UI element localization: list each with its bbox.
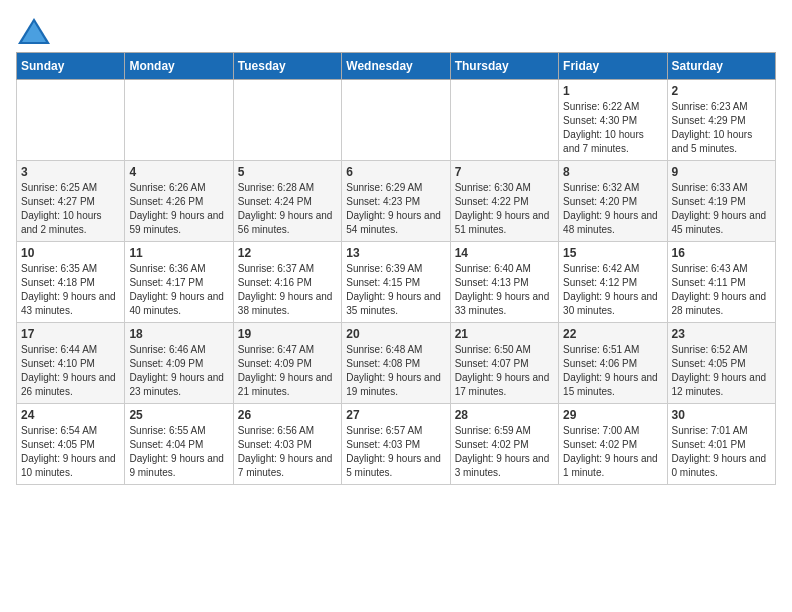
weekday-header: Monday bbox=[125, 53, 233, 80]
day-info: Sunrise: 6:52 AMSunset: 4:05 PMDaylight:… bbox=[672, 343, 771, 399]
day-info: Sunrise: 6:56 AMSunset: 4:03 PMDaylight:… bbox=[238, 424, 337, 480]
day-info: Sunrise: 6:30 AMSunset: 4:22 PMDaylight:… bbox=[455, 181, 554, 237]
day-info: Sunrise: 6:59 AMSunset: 4:02 PMDaylight:… bbox=[455, 424, 554, 480]
weekday-header: Saturday bbox=[667, 53, 775, 80]
day-info: Sunrise: 7:00 AMSunset: 4:02 PMDaylight:… bbox=[563, 424, 662, 480]
calendar-cell: 6Sunrise: 6:29 AMSunset: 4:23 PMDaylight… bbox=[342, 161, 450, 242]
day-number: 3 bbox=[21, 165, 120, 179]
calendar-cell: 16Sunrise: 6:43 AMSunset: 4:11 PMDayligh… bbox=[667, 242, 775, 323]
calendar-cell bbox=[125, 80, 233, 161]
calendar-cell: 20Sunrise: 6:48 AMSunset: 4:08 PMDayligh… bbox=[342, 323, 450, 404]
day-info: Sunrise: 6:33 AMSunset: 4:19 PMDaylight:… bbox=[672, 181, 771, 237]
page-header bbox=[16, 16, 776, 44]
calendar-cell: 2Sunrise: 6:23 AMSunset: 4:29 PMDaylight… bbox=[667, 80, 775, 161]
day-number: 26 bbox=[238, 408, 337, 422]
day-number: 12 bbox=[238, 246, 337, 260]
day-number: 23 bbox=[672, 327, 771, 341]
calendar-cell: 21Sunrise: 6:50 AMSunset: 4:07 PMDayligh… bbox=[450, 323, 558, 404]
calendar-week-row: 1Sunrise: 6:22 AMSunset: 4:30 PMDaylight… bbox=[17, 80, 776, 161]
calendar-cell: 19Sunrise: 6:47 AMSunset: 4:09 PMDayligh… bbox=[233, 323, 341, 404]
weekday-header: Sunday bbox=[17, 53, 125, 80]
calendar-cell: 24Sunrise: 6:54 AMSunset: 4:05 PMDayligh… bbox=[17, 404, 125, 485]
day-number: 9 bbox=[672, 165, 771, 179]
weekday-header: Thursday bbox=[450, 53, 558, 80]
calendar-table: SundayMondayTuesdayWednesdayThursdayFrid… bbox=[16, 52, 776, 485]
day-info: Sunrise: 6:43 AMSunset: 4:11 PMDaylight:… bbox=[672, 262, 771, 318]
calendar-cell: 23Sunrise: 6:52 AMSunset: 4:05 PMDayligh… bbox=[667, 323, 775, 404]
calendar-week-row: 10Sunrise: 6:35 AMSunset: 4:18 PMDayligh… bbox=[17, 242, 776, 323]
calendar-cell: 27Sunrise: 6:57 AMSunset: 4:03 PMDayligh… bbox=[342, 404, 450, 485]
calendar-cell: 13Sunrise: 6:39 AMSunset: 4:15 PMDayligh… bbox=[342, 242, 450, 323]
calendar-cell: 15Sunrise: 6:42 AMSunset: 4:12 PMDayligh… bbox=[559, 242, 667, 323]
day-info: Sunrise: 6:46 AMSunset: 4:09 PMDaylight:… bbox=[129, 343, 228, 399]
calendar-cell: 11Sunrise: 6:36 AMSunset: 4:17 PMDayligh… bbox=[125, 242, 233, 323]
day-info: Sunrise: 6:42 AMSunset: 4:12 PMDaylight:… bbox=[563, 262, 662, 318]
day-info: Sunrise: 6:54 AMSunset: 4:05 PMDaylight:… bbox=[21, 424, 120, 480]
calendar-cell bbox=[17, 80, 125, 161]
calendar-cell: 18Sunrise: 6:46 AMSunset: 4:09 PMDayligh… bbox=[125, 323, 233, 404]
calendar-cell bbox=[450, 80, 558, 161]
calendar-cell: 29Sunrise: 7:00 AMSunset: 4:02 PMDayligh… bbox=[559, 404, 667, 485]
calendar-cell: 4Sunrise: 6:26 AMSunset: 4:26 PMDaylight… bbox=[125, 161, 233, 242]
day-info: Sunrise: 6:23 AMSunset: 4:29 PMDaylight:… bbox=[672, 100, 771, 156]
calendar-cell: 10Sunrise: 6:35 AMSunset: 4:18 PMDayligh… bbox=[17, 242, 125, 323]
day-number: 21 bbox=[455, 327, 554, 341]
day-number: 8 bbox=[563, 165, 662, 179]
day-number: 20 bbox=[346, 327, 445, 341]
calendar-cell: 12Sunrise: 6:37 AMSunset: 4:16 PMDayligh… bbox=[233, 242, 341, 323]
calendar-cell bbox=[342, 80, 450, 161]
day-number: 24 bbox=[21, 408, 120, 422]
day-number: 16 bbox=[672, 246, 771, 260]
day-number: 11 bbox=[129, 246, 228, 260]
day-number: 22 bbox=[563, 327, 662, 341]
calendar-cell: 1Sunrise: 6:22 AMSunset: 4:30 PMDaylight… bbox=[559, 80, 667, 161]
day-number: 13 bbox=[346, 246, 445, 260]
calendar-cell: 28Sunrise: 6:59 AMSunset: 4:02 PMDayligh… bbox=[450, 404, 558, 485]
calendar-week-row: 3Sunrise: 6:25 AMSunset: 4:27 PMDaylight… bbox=[17, 161, 776, 242]
day-info: Sunrise: 6:36 AMSunset: 4:17 PMDaylight:… bbox=[129, 262, 228, 318]
weekday-header: Wednesday bbox=[342, 53, 450, 80]
day-info: Sunrise: 6:47 AMSunset: 4:09 PMDaylight:… bbox=[238, 343, 337, 399]
day-number: 18 bbox=[129, 327, 228, 341]
day-number: 15 bbox=[563, 246, 662, 260]
day-info: Sunrise: 6:39 AMSunset: 4:15 PMDaylight:… bbox=[346, 262, 445, 318]
calendar-cell: 8Sunrise: 6:32 AMSunset: 4:20 PMDaylight… bbox=[559, 161, 667, 242]
day-number: 29 bbox=[563, 408, 662, 422]
weekday-header: Tuesday bbox=[233, 53, 341, 80]
day-number: 25 bbox=[129, 408, 228, 422]
day-info: Sunrise: 6:25 AMSunset: 4:27 PMDaylight:… bbox=[21, 181, 120, 237]
calendar-cell: 30Sunrise: 7:01 AMSunset: 4:01 PMDayligh… bbox=[667, 404, 775, 485]
calendar-week-row: 24Sunrise: 6:54 AMSunset: 4:05 PMDayligh… bbox=[17, 404, 776, 485]
calendar-cell: 7Sunrise: 6:30 AMSunset: 4:22 PMDaylight… bbox=[450, 161, 558, 242]
day-info: Sunrise: 6:51 AMSunset: 4:06 PMDaylight:… bbox=[563, 343, 662, 399]
logo bbox=[16, 16, 52, 44]
calendar-cell: 26Sunrise: 6:56 AMSunset: 4:03 PMDayligh… bbox=[233, 404, 341, 485]
day-number: 19 bbox=[238, 327, 337, 341]
calendar-cell: 25Sunrise: 6:55 AMSunset: 4:04 PMDayligh… bbox=[125, 404, 233, 485]
day-info: Sunrise: 6:37 AMSunset: 4:16 PMDaylight:… bbox=[238, 262, 337, 318]
day-info: Sunrise: 6:29 AMSunset: 4:23 PMDaylight:… bbox=[346, 181, 445, 237]
day-info: Sunrise: 6:28 AMSunset: 4:24 PMDaylight:… bbox=[238, 181, 337, 237]
day-number: 27 bbox=[346, 408, 445, 422]
day-info: Sunrise: 6:35 AMSunset: 4:18 PMDaylight:… bbox=[21, 262, 120, 318]
calendar-cell: 5Sunrise: 6:28 AMSunset: 4:24 PMDaylight… bbox=[233, 161, 341, 242]
day-number: 17 bbox=[21, 327, 120, 341]
day-number: 4 bbox=[129, 165, 228, 179]
day-info: Sunrise: 6:57 AMSunset: 4:03 PMDaylight:… bbox=[346, 424, 445, 480]
day-number: 6 bbox=[346, 165, 445, 179]
day-number: 28 bbox=[455, 408, 554, 422]
day-info: Sunrise: 6:26 AMSunset: 4:26 PMDaylight:… bbox=[129, 181, 228, 237]
logo-icon bbox=[16, 16, 48, 44]
day-number: 1 bbox=[563, 84, 662, 98]
day-info: Sunrise: 6:40 AMSunset: 4:13 PMDaylight:… bbox=[455, 262, 554, 318]
day-info: Sunrise: 6:32 AMSunset: 4:20 PMDaylight:… bbox=[563, 181, 662, 237]
day-info: Sunrise: 6:55 AMSunset: 4:04 PMDaylight:… bbox=[129, 424, 228, 480]
weekday-header-row: SundayMondayTuesdayWednesdayThursdayFrid… bbox=[17, 53, 776, 80]
day-info: Sunrise: 6:50 AMSunset: 4:07 PMDaylight:… bbox=[455, 343, 554, 399]
day-number: 30 bbox=[672, 408, 771, 422]
calendar-cell: 14Sunrise: 6:40 AMSunset: 4:13 PMDayligh… bbox=[450, 242, 558, 323]
calendar-cell: 22Sunrise: 6:51 AMSunset: 4:06 PMDayligh… bbox=[559, 323, 667, 404]
day-info: Sunrise: 7:01 AMSunset: 4:01 PMDaylight:… bbox=[672, 424, 771, 480]
calendar-cell bbox=[233, 80, 341, 161]
day-number: 14 bbox=[455, 246, 554, 260]
